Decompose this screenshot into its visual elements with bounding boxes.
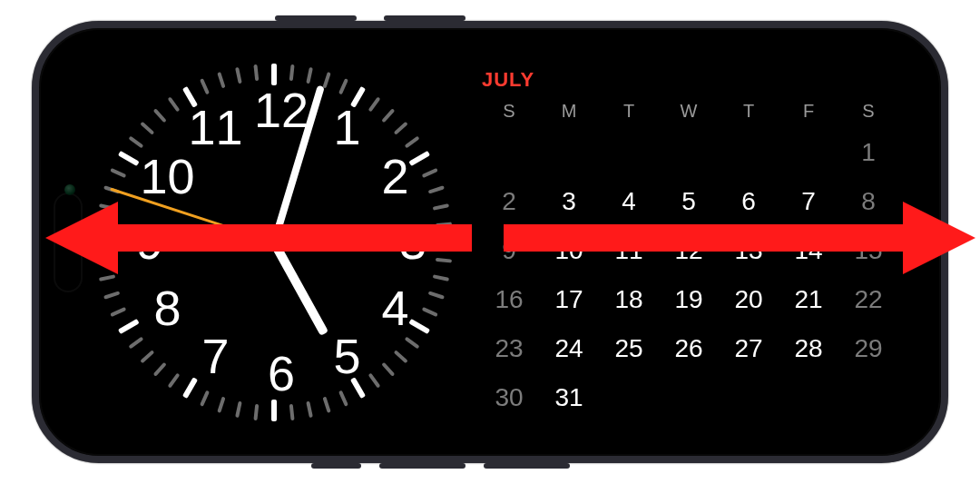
clock-tick [103, 291, 120, 299]
calendar-day: 16 [482, 282, 536, 318]
clock-tick [110, 306, 126, 316]
clock-tick [168, 372, 181, 388]
clock-tick [368, 96, 381, 112]
clock-tick [431, 240, 453, 245]
clock-tick [422, 168, 438, 178]
calendar-day: 19 [662, 282, 716, 318]
volume-up-button[interactable] [275, 15, 357, 21]
clock-numeral: 8 [153, 283, 181, 332]
clock-hour-hand [270, 240, 328, 335]
action-button[interactable] [311, 463, 361, 469]
calendar-day-of-week: W [662, 101, 716, 122]
clock-tick [322, 396, 330, 412]
calendar-day: 4 [602, 183, 656, 220]
clock-numeral: 12 [254, 85, 309, 134]
calendar-day: 26 [662, 331, 716, 367]
clock-tick [182, 377, 198, 399]
calendar-day: 30 [482, 380, 536, 416]
clock-tick [405, 336, 420, 349]
calendar-day: 13 [721, 232, 776, 269]
clock-tick [200, 390, 210, 406]
clock-numeral: 4 [382, 283, 409, 332]
clock-tick [433, 274, 449, 282]
clock-widget[interactable]: 111098765432112 [103, 63, 446, 421]
calendar-day [841, 380, 896, 416]
calendar-day: 1 [841, 134, 896, 171]
clock-tick [95, 240, 117, 245]
clock-tick [128, 336, 143, 349]
clock-tick [271, 400, 277, 421]
calendar-day [542, 134, 596, 171]
calendar-day-of-week: F [781, 101, 836, 122]
clock-tick [153, 361, 167, 376]
calendar-day [662, 380, 716, 416]
clock-numeral: 5 [333, 331, 360, 380]
side-button[interactable] [379, 463, 466, 469]
calendar-day: 15 [841, 232, 896, 269]
calendar-day: 7 [781, 183, 836, 220]
clock-tick [99, 274, 115, 282]
clock-tick [381, 361, 395, 376]
clock-tick [289, 403, 295, 420]
clock-tick [140, 350, 154, 363]
clock-tick [381, 108, 395, 123]
clock-tick [96, 222, 113, 227]
calendar-day [721, 134, 776, 171]
clock-tick [394, 121, 408, 134]
clock-tick [153, 108, 167, 123]
clock-tick [394, 350, 408, 363]
standby-screen[interactable]: 111098765432112 JULY SMTWTFS123456789101… [39, 28, 941, 456]
calendar-day: 8 [841, 183, 896, 220]
calendar-day: 5 [662, 183, 716, 220]
clock-tick [99, 203, 115, 211]
calendar-day [602, 380, 656, 416]
clock-tick [289, 64, 295, 80]
side-button-2[interactable] [484, 463, 570, 469]
calendar-widget[interactable]: JULY SMTWTFS1234567891011121314151617181… [482, 68, 896, 416]
calendar-day [781, 380, 836, 416]
clock-tick [271, 64, 277, 85]
clock-tick [118, 150, 140, 165]
calendar-day-of-week: T [721, 101, 776, 122]
clock-tick [253, 64, 259, 80]
clock-numeral: 11 [188, 103, 242, 152]
clock-tick [253, 403, 259, 420]
volume-down-button[interactable] [384, 15, 466, 21]
calendar-day: 17 [542, 282, 596, 318]
clock-tick [217, 72, 225, 88]
clock-tick [433, 203, 449, 211]
clock-numeral: 7 [201, 331, 229, 380]
calendar-day: 11 [602, 232, 656, 269]
calendar-day: 18 [602, 282, 656, 318]
calendar-day: 20 [721, 282, 776, 318]
calendar-day-of-week: S [482, 101, 536, 122]
calendar-day [602, 134, 656, 171]
clock-tick [235, 66, 242, 83]
calendar-day: 23 [482, 331, 536, 367]
calendar-day [482, 134, 536, 171]
clock-numeral: 2 [382, 152, 409, 201]
clock-numeral: 1 [333, 103, 360, 152]
calendar-day: 25 [602, 331, 656, 367]
clock-numeral: 9 [136, 217, 163, 266]
clock-tick [168, 96, 181, 112]
clock-tick [306, 400, 313, 417]
clock-tick [322, 72, 330, 88]
calendar-day: 14 [781, 232, 836, 269]
calendar-day: 21 [781, 282, 836, 318]
clock-numeral: 3 [399, 217, 426, 266]
clock-numeral: 6 [268, 349, 295, 398]
calendar-day: 9 [482, 232, 536, 269]
calendar-day-of-week: S [841, 101, 896, 122]
clock-numeral: 10 [140, 152, 194, 201]
calendar-day: 10 [542, 232, 596, 269]
clock-tick [306, 66, 313, 83]
calendar-month-label: JULY [482, 68, 896, 92]
clock-tick [235, 400, 242, 417]
clock-tick [338, 390, 348, 406]
calendar-day: 24 [542, 331, 596, 367]
calendar-grid: SMTWTFS123456789101112131415161718192021… [482, 101, 896, 416]
calendar-day-of-week: T [602, 101, 656, 122]
clock-tick [436, 257, 452, 262]
clock-tick [408, 318, 430, 333]
